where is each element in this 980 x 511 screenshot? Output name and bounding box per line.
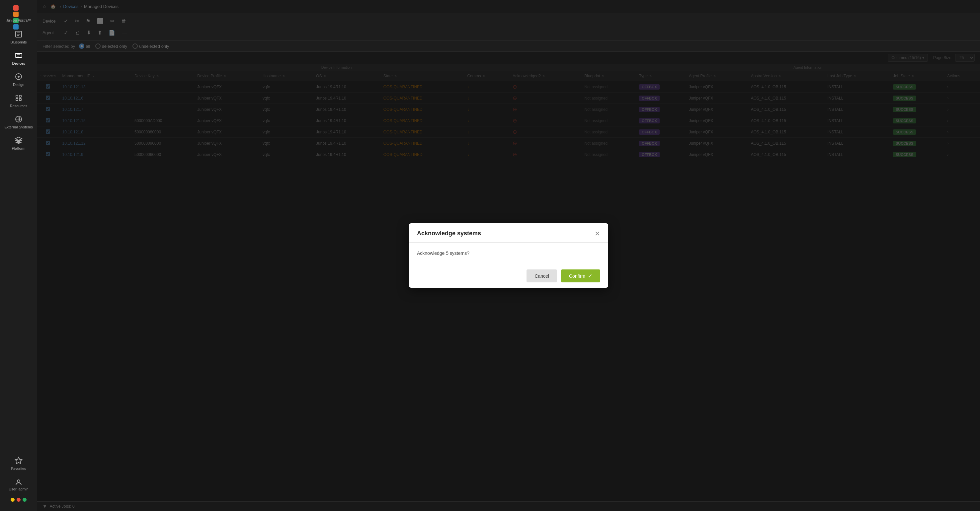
sidebar-item-design[interactable]: Design xyxy=(0,69,37,90)
sidebar: Juniper Apstra™ Blueprints Devices Desig… xyxy=(0,0,37,511)
app-title: Juniper Apstra™ xyxy=(6,19,31,22)
sidebar-item-blueprints[interactable]: Blueprints xyxy=(0,26,37,48)
external-systems-icon xyxy=(14,114,23,124)
modal-footer: Cancel Confirm ✓ xyxy=(409,264,608,288)
cancel-button[interactable]: Cancel xyxy=(527,270,557,282)
logo-dot-red xyxy=(13,5,19,11)
modal-close-button[interactable]: ✕ xyxy=(595,230,600,237)
star-icon xyxy=(14,456,23,465)
user-label: User: admin xyxy=(9,487,28,491)
sidebar-item-devices[interactable]: Devices xyxy=(0,48,37,69)
sidebar-label-resources: Resources xyxy=(10,104,27,108)
user-menu[interactable]: User: admin xyxy=(7,475,30,494)
modal-overlay: Acknowledge systems ✕ Acknowledge 5 syst… xyxy=(37,0,980,511)
devices-icon xyxy=(14,51,23,60)
confirm-button[interactable]: Confirm ✓ xyxy=(561,270,600,282)
sidebar-bottom: Favorites User: admin xyxy=(0,452,37,508)
sidebar-item-platform[interactable]: Platform xyxy=(0,132,37,154)
sidebar-label-external-systems: External Systems xyxy=(4,125,33,129)
modal-title: Acknowledge systems xyxy=(417,230,481,237)
main-content: ☆ 🏠 › Devices › Managed Devices Device ✓… xyxy=(37,0,980,511)
sidebar-item-resources[interactable]: Resources xyxy=(0,90,37,111)
sidebar-label-design: Design xyxy=(13,83,24,87)
design-icon xyxy=(14,72,23,81)
confirm-button-label: Confirm xyxy=(569,273,585,279)
app-logo xyxy=(11,3,27,16)
sidebar-item-external-systems[interactable]: External Systems xyxy=(0,111,37,132)
svg-rect-1 xyxy=(15,54,22,57)
modal-body: Acknowledge 5 systems? xyxy=(409,243,608,264)
confirm-check-icon: ✓ xyxy=(588,273,592,279)
status-dot-green xyxy=(22,498,27,502)
svg-point-9 xyxy=(17,480,20,482)
platform-icon xyxy=(14,136,23,145)
svg-rect-5 xyxy=(19,95,21,97)
status-dot-yellow xyxy=(11,498,14,502)
svg-rect-7 xyxy=(19,98,21,100)
resources-icon xyxy=(14,93,23,103)
acknowledge-modal: Acknowledge systems ✕ Acknowledge 5 syst… xyxy=(409,223,608,288)
sidebar-label-favorites: Favorites xyxy=(11,467,26,471)
modal-body-text: Acknowledge 5 systems? xyxy=(417,251,600,256)
modal-header: Acknowledge systems ✕ xyxy=(409,223,608,243)
status-dot-red xyxy=(17,498,21,502)
logo-dot-orange xyxy=(13,12,19,17)
blueprint-icon xyxy=(14,30,23,39)
sidebar-label-blueprints: Blueprints xyxy=(11,40,27,44)
svg-point-3 xyxy=(18,76,19,78)
status-dots xyxy=(8,495,29,505)
sidebar-label-platform: Platform xyxy=(12,146,25,150)
user-icon xyxy=(14,478,23,487)
svg-rect-4 xyxy=(16,95,18,97)
svg-rect-6 xyxy=(16,98,18,100)
sidebar-label-devices: Devices xyxy=(12,61,25,65)
sidebar-item-favorites[interactable]: Favorites xyxy=(0,452,37,474)
